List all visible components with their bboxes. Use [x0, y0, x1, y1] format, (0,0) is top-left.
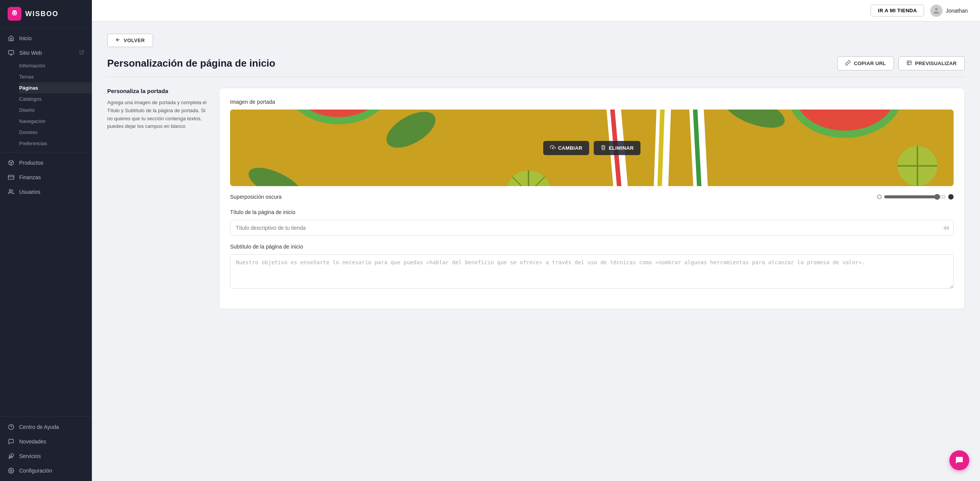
- store-button[interactable]: IR A MI TIENDA: [871, 5, 924, 16]
- change-btn-label: CAMBIAR: [558, 145, 582, 151]
- delete-image-button[interactable]: ELIMINAR: [594, 141, 640, 155]
- trash-icon: [601, 145, 606, 151]
- sidebar-subitem-label: Diseño: [19, 107, 34, 113]
- copy-url-label: COPIAR URL: [854, 61, 886, 66]
- monitor-icon: [8, 49, 15, 56]
- sidebar-item-label: Configuración: [19, 468, 52, 474]
- gear-icon: [8, 467, 15, 474]
- slider-max-indicator: [948, 194, 954, 200]
- svg-point-10: [9, 190, 11, 191]
- sidebar-item-usuarios[interactable]: Usuarios: [0, 185, 92, 199]
- back-button[interactable]: VOLVER: [107, 34, 153, 47]
- sidebar-item-dominio[interactable]: Dominio: [19, 127, 92, 138]
- sidebar-subitem-label: Temas: [19, 74, 34, 80]
- subtitle-input[interactable]: Nuestro objetivo es enseñarte lo necesar…: [230, 254, 954, 289]
- section-form: Imagen de portada: [219, 88, 965, 309]
- sidebar-item-preferencias[interactable]: Preferencias: [19, 138, 92, 149]
- slider-min-indicator: [877, 195, 882, 199]
- title-input[interactable]: [230, 220, 954, 236]
- sidebar-item-productos[interactable]: Productos: [0, 155, 92, 170]
- help-icon: [8, 424, 15, 430]
- cover-image-overlay: CAMBIAR: [230, 110, 954, 186]
- sidebar-item-label: Novedades: [19, 438, 46, 445]
- sidebar-item-label: Inicio: [19, 35, 32, 41]
- preview-label: PREVISUALIZAR: [915, 61, 957, 66]
- chat-icon: [8, 438, 15, 445]
- subtitle-input-wrap: Nuestro objetivo es enseñarte lo necesar…: [230, 254, 954, 290]
- sidebar-item-servicios[interactable]: Servicios: [0, 449, 92, 463]
- box-icon: [8, 159, 15, 166]
- chat-bubble-button[interactable]: [949, 450, 969, 470]
- title-input-wrap: 49: [230, 220, 954, 236]
- upload-icon: [550, 145, 555, 151]
- sidebar-item-navegacion[interactable]: Navegación: [19, 116, 92, 127]
- section-description: Personaliza la portada Agrega una imagen…: [107, 88, 207, 309]
- sidebar-subitem-label: Información: [19, 63, 45, 69]
- sidebar-item-diseno[interactable]: Diseño: [19, 105, 92, 116]
- title-char-count: 49: [944, 225, 949, 231]
- svg-point-14: [935, 8, 938, 10]
- sidebar-subitem-label: Navegación: [19, 118, 46, 124]
- user-menu[interactable]: Jonathan: [930, 5, 968, 17]
- puzzle-icon: [8, 453, 15, 460]
- sidebar-main-section: Inicio Sitio Web Informació: [0, 28, 92, 202]
- home-icon: [8, 35, 15, 42]
- sidebar-item-finanzas[interactable]: Finanzas: [0, 170, 92, 185]
- sidebar-item-catalogos[interactable]: Catálogos: [19, 93, 92, 105]
- title-field-label: Título de la página de inicio: [230, 209, 954, 215]
- cover-overlay-buttons: CAMBIAR: [543, 141, 641, 155]
- section-desc-text: Agrega una imagen de portada y completa …: [107, 99, 207, 131]
- svg-point-2: [15, 12, 16, 13]
- sidebar-item-label: Centro de Ayuda: [19, 424, 59, 430]
- section-desc-title: Personaliza la portada: [107, 88, 207, 94]
- svg-rect-8: [8, 175, 14, 180]
- logo-icon: [8, 7, 21, 21]
- darkness-slider[interactable]: [884, 194, 946, 200]
- cover-image-container: CAMBIAR: [230, 110, 954, 186]
- main-wrapper: IR A MI TIENDA Jonathan VOLVER Persona: [92, 0, 980, 481]
- back-button-label: VOLVER: [124, 38, 145, 43]
- sidebar-item-centro-ayuda[interactable]: Centro de Ayuda: [0, 420, 92, 434]
- link-icon: [845, 60, 851, 67]
- section-layout: Personaliza la portada Agrega una imagen…: [107, 88, 965, 309]
- username-label: Jonathan: [946, 8, 968, 14]
- svg-rect-3: [8, 51, 13, 54]
- sidebar-subitem-label: Preferencias: [19, 141, 47, 146]
- main-content: VOLVER Personalización de página de inic…: [92, 21, 980, 481]
- image-label: Imagen de portada: [230, 99, 954, 105]
- sidebar-item-configuracion[interactable]: Configuración: [0, 463, 92, 478]
- sidebar-item-sitio-web[interactable]: Sitio Web: [0, 46, 92, 60]
- eye-icon: [906, 60, 912, 67]
- svg-point-13: [10, 470, 12, 471]
- slider-label: Superposición oscura: [230, 194, 872, 200]
- sidebar-item-temas[interactable]: Temas: [19, 71, 92, 82]
- sidebar-item-novedades[interactable]: Novedades: [0, 434, 92, 449]
- logo-text: WISBOO: [25, 10, 59, 18]
- change-image-button[interactable]: CAMBIAR: [543, 141, 589, 155]
- sidebar-logo[interactable]: WISBOO: [0, 0, 92, 28]
- svg-rect-16: [907, 61, 911, 65]
- subtitle-field-label: Subtítulo de la página de inicio: [230, 244, 954, 250]
- page-actions: COPIAR URL PREVISUALIZAR: [837, 56, 965, 70]
- page-title: Personalización de página de inicio: [107, 57, 275, 69]
- slider-row: Superposición oscura: [230, 194, 954, 200]
- avatar: [930, 5, 942, 17]
- svg-point-1: [13, 12, 14, 13]
- copy-url-button[interactable]: COPIAR URL: [837, 56, 894, 70]
- sidebar: WISBOO Inicio Sitio Web: [0, 0, 92, 481]
- sidebar-subitem-label: Páginas: [19, 85, 38, 91]
- sidebar-item-informacion[interactable]: Información: [19, 60, 92, 71]
- sitio-web-submenu: Información Temas Páginas Catálogos Dise…: [0, 60, 92, 149]
- sidebar-item-label: Sitio Web: [19, 50, 42, 56]
- sidebar-bottom: Centro de Ayuda Novedades Servicios: [0, 416, 92, 481]
- arrow-left-icon: [115, 37, 121, 44]
- sidebar-item-label: Productos: [19, 160, 43, 166]
- preview-button[interactable]: PREVISUALIZAR: [898, 56, 965, 70]
- sidebar-item-paginas[interactable]: Páginas: [19, 82, 92, 93]
- sidebar-item-inicio[interactable]: Inicio: [0, 31, 92, 46]
- divider: [107, 77, 965, 77]
- topbar: IR A MI TIENDA Jonathan: [92, 0, 980, 21]
- svg-line-6: [81, 51, 83, 53]
- slider-track: [877, 194, 954, 200]
- creditcard-icon: [8, 174, 15, 181]
